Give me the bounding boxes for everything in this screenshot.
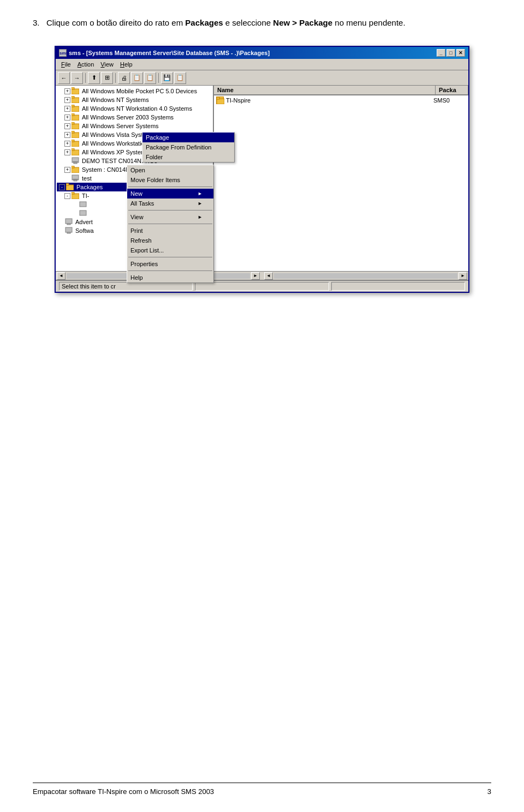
expand-system[interactable]: +: [64, 167, 70, 173]
tree-label-nt: All Windows NT Systems: [82, 97, 149, 103]
instruction-text1: Clique com o botão direito do rato em: [46, 18, 185, 27]
svg-rect-15: [72, 148, 74, 151]
main-area: + All Windows Mobile Pocket PC 5.0 Devic…: [56, 86, 468, 271]
ctx-sep-2: [128, 210, 212, 210]
export-button[interactable]: 📋: [174, 72, 186, 84]
menu-help[interactable]: Help: [117, 60, 136, 69]
expand-mobile-pocket[interactable]: +: [64, 88, 70, 94]
menu-file[interactable]: File: [58, 60, 74, 69]
tree-item-nt[interactable]: + All Windows NT Systems: [57, 95, 212, 104]
paste-button[interactable]: 📋: [144, 72, 156, 84]
menu-bar: File Action View Help: [56, 59, 468, 70]
ctx-all-tasks[interactable]: All Tasks ►: [127, 199, 213, 208]
instruction-text2: e seleccione: [225, 18, 273, 27]
footer-text: Empacotar software TI-Nspire com o Micro…: [33, 787, 214, 796]
svg-rect-30: [66, 219, 72, 224]
svg-rect-1: [72, 87, 74, 89]
copy-button[interactable]: 📋: [131, 72, 143, 84]
ctx-view[interactable]: View ►: [127, 212, 213, 222]
page-footer: Empacotar software TI-Nspire com o Micro…: [33, 783, 491, 796]
scroll-track-2[interactable]: [274, 273, 457, 279]
tree-item-server[interactable]: + All Windows Server Systems: [57, 122, 212, 130]
scroll-left2-btn[interactable]: ◄: [264, 272, 273, 280]
sub-package-from-def[interactable]: Package From Definition: [142, 142, 234, 152]
svg-rect-28: [80, 202, 86, 207]
ctx-sep-4: [128, 257, 212, 257]
ctx-help[interactable]: Help: [127, 273, 213, 282]
sub-package[interactable]: Package: [142, 133, 234, 142]
computer-icon-softwa: [65, 227, 74, 234]
tree-item-mobile-pocket[interactable]: + All Windows Mobile Pocket PC 5.0 Devic…: [57, 87, 212, 95]
ctx-sep-3: [128, 224, 212, 224]
folder-icon-workstation: [72, 140, 80, 147]
status-pane-3: [331, 282, 465, 291]
context-menu: Open Move Folder Items New ► All Tasks ►…: [127, 165, 214, 283]
expand-ti[interactable]: -: [64, 193, 70, 199]
ctx-print[interactable]: Print: [127, 226, 213, 236]
title-bar: sms sms - [Systems Management Server\Sit…: [56, 47, 468, 59]
maximize-button[interactable]: □: [446, 49, 455, 57]
ctx-all-tasks-label: All Tasks: [130, 200, 154, 207]
grid-button[interactable]: ⊞: [101, 72, 113, 84]
back-button[interactable]: ←: [58, 72, 70, 84]
ctx-new[interactable]: New ►: [127, 189, 213, 199]
folder-icon-server2003: [72, 113, 80, 121]
expand-server2003[interactable]: +: [64, 115, 70, 121]
ctx-move-folder[interactable]: Move Folder Items: [127, 175, 213, 185]
expand-packages[interactable]: -: [59, 184, 65, 190]
up-button[interactable]: ⬆: [88, 72, 100, 84]
tree-label-server2003: All Windows Server 2003 Systems: [82, 114, 174, 121]
toolbar-separator-1: [85, 73, 86, 83]
sub-folder[interactable]: Folder: [142, 152, 234, 162]
svg-rect-22: [74, 180, 77, 181]
status-bar: Select this item to cr: [56, 280, 468, 292]
svg-rect-31: [67, 224, 70, 225]
ctx-open[interactable]: Open: [127, 165, 213, 175]
close-button[interactable]: ✕: [456, 49, 465, 57]
ctx-export[interactable]: Export List...: [127, 245, 213, 255]
tinspire-package: SMS0: [433, 97, 466, 104]
expand-workstation[interactable]: +: [64, 141, 70, 147]
instruction-bold1: Packages: [185, 18, 223, 27]
scroll-right2-btn[interactable]: ►: [458, 272, 467, 280]
ctx-view-label: View: [130, 214, 144, 220]
computer-icon-advert: [65, 218, 74, 226]
forward-button[interactable]: →: [71, 72, 83, 84]
save-button[interactable]: 💾: [161, 72, 173, 84]
print-button[interactable]: 🖨: [118, 72, 130, 84]
scroll-left-btn[interactable]: ◄: [57, 272, 66, 280]
menu-view[interactable]: View: [97, 60, 117, 69]
status-pane-2: [195, 282, 329, 291]
item-icon-ti-child1: [79, 201, 88, 208]
title-bar-left: sms sms - [Systems Management Server\Sit…: [59, 49, 270, 57]
sms-window: sms sms - [Systems Management Server\Sit…: [55, 46, 469, 293]
menu-action[interactable]: Action: [74, 60, 98, 69]
window-title: sms - [Systems Management Server\Site Da…: [69, 50, 270, 56]
expand-vista[interactable]: +: [64, 132, 70, 138]
minimize-button[interactable]: _: [437, 49, 445, 57]
ctx-all-tasks-arrow: ►: [198, 201, 203, 206]
computer-icon-test: [72, 175, 80, 182]
tree-label-advert: Advert: [75, 219, 93, 225]
svg-rect-5: [72, 105, 74, 107]
tree-item-nt-ws[interactable]: + All Windows NT Workstation 4.0 Systems: [57, 104, 212, 113]
expand-xp[interactable]: +: [64, 149, 70, 155]
context-menu-container: Open Move Folder Items New ► All Tasks ►…: [127, 165, 214, 283]
expand-nt-ws[interactable]: +: [64, 106, 70, 112]
scrollbar-area: ◄ ► ◄ ►: [56, 271, 468, 280]
computer-icon-demo: [72, 157, 80, 165]
col-package: Packa: [436, 86, 468, 94]
ctx-properties[interactable]: Properties: [127, 259, 213, 269]
svg-rect-33: [67, 232, 70, 233]
svg-rect-13: [72, 140, 74, 142]
folder-icon-ti: [72, 192, 80, 200]
svg-rect-27: [72, 192, 74, 194]
svg-rect-3: [72, 96, 74, 98]
scroll-right-btn[interactable]: ►: [251, 272, 260, 280]
tree-item-server2003[interactable]: + All Windows Server 2003 Systems: [57, 113, 212, 122]
instruction-bold2: New > Package: [273, 18, 332, 27]
expand-server[interactable]: +: [64, 123, 70, 129]
ctx-refresh[interactable]: Refresh: [127, 236, 213, 245]
list-item-tinspire[interactable]: TI-Nspire SMS0: [214, 95, 468, 105]
expand-nt[interactable]: +: [64, 97, 70, 103]
